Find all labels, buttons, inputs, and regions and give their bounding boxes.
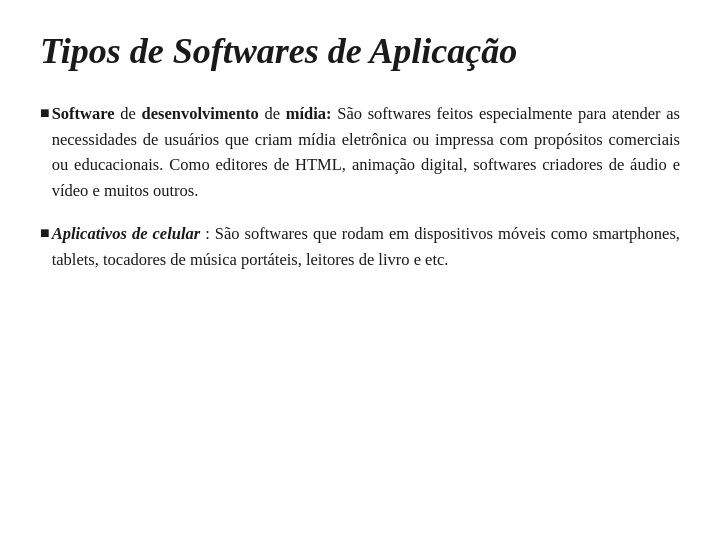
term-aplicativos: Aplicativos de celular <box>52 224 200 243</box>
bullet-item-2: ■ Aplicativos de celular : São softwares… <box>40 221 680 272</box>
bullet-item-1: ■ Software de desenvolvimento de mídia: … <box>40 101 680 203</box>
term-software: Software <box>52 104 115 123</box>
bullet-marker-1: ■ <box>40 101 50 125</box>
bullet-text-1: Software de desenvolvimento de mídia: Sã… <box>52 101 680 203</box>
term-label-1: de desenvolvimento de mídia: <box>120 104 331 123</box>
content-section: ■ Software de desenvolvimento de mídia: … <box>40 101 680 272</box>
bullet-text-2: Aplicativos de celular : São softwares q… <box>52 221 680 272</box>
page-container: Tipos de Softwares de Aplicação ■ Softwa… <box>0 0 720 540</box>
page-title: Tipos de Softwares de Aplicação <box>40 30 680 73</box>
bullet-marker-2: ■ <box>40 221 50 245</box>
